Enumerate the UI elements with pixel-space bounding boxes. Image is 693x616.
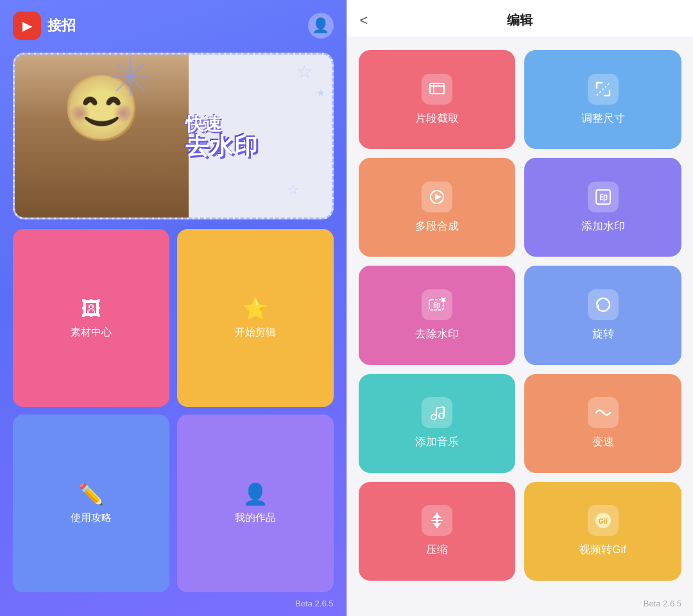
svg-line-20 bbox=[436, 407, 444, 408]
music-icon bbox=[422, 397, 452, 428]
clip-label: 片段截取 bbox=[415, 111, 459, 126]
merge-label: 多段合成 bbox=[415, 219, 459, 234]
clip-icon-svg bbox=[427, 80, 447, 99]
resize-icon-svg bbox=[594, 80, 613, 99]
remove-watermark-button[interactable]: 印 去除水印 bbox=[359, 266, 516, 364]
app-name: 接招 bbox=[47, 16, 76, 35]
sparkle-decoration bbox=[111, 58, 150, 96]
edit-grid: 片段截取 调整尺寸 多段合成 bbox=[347, 37, 694, 594]
speed-label: 变速 bbox=[592, 434, 614, 449]
add-watermark-icon-svg: 印 bbox=[594, 187, 613, 207]
material-center-button[interactable]: 🖼 素材中心 bbox=[13, 229, 169, 407]
compress-button[interactable]: 压缩 bbox=[359, 482, 516, 581]
material-label: 素材中心 bbox=[71, 326, 112, 339]
star-decoration-2: ★ bbox=[316, 87, 325, 99]
speed-icon-svg bbox=[594, 403, 613, 422]
guide-icon: ✏️ bbox=[78, 482, 104, 506]
svg-point-16 bbox=[431, 415, 436, 420]
right-header: < 编辑 bbox=[347, 0, 694, 37]
resize-label: 调整尺寸 bbox=[581, 111, 625, 126]
speed-icon bbox=[588, 397, 619, 428]
edit-label: 开始剪辑 bbox=[235, 326, 276, 339]
avatar-icon: 👤 bbox=[312, 17, 329, 34]
left-header: ▶ 接招 👤 bbox=[0, 0, 346, 46]
gif-icon: Gif bbox=[588, 505, 619, 536]
music-icon-svg bbox=[427, 403, 447, 422]
svg-text:印: 印 bbox=[599, 193, 607, 203]
rotate-icon bbox=[588, 289, 619, 320]
gif-icon-svg: Gif bbox=[594, 511, 613, 530]
left-panel: ▶ 接招 👤 ☆ ★ ☆ ★ 快速 去水印 bbox=[0, 0, 346, 616]
svg-rect-4 bbox=[430, 83, 444, 94]
gif-button[interactable]: Gif 视频转Gif bbox=[524, 482, 681, 581]
compress-label: 压缩 bbox=[426, 542, 448, 557]
right-version: Beta 2.6.5 bbox=[644, 599, 681, 608]
material-icon: 🖼 bbox=[81, 297, 101, 321]
banner-area: ☆ ★ ☆ ★ 快速 去水印 bbox=[13, 53, 334, 219]
gif-label: 视频转Gif bbox=[579, 542, 626, 557]
banner-title-fast: 快速 bbox=[185, 115, 325, 135]
start-edit-button[interactable]: ⭐ 开始剪辑 bbox=[177, 229, 334, 407]
right-footer: Beta 2.6.5 bbox=[347, 594, 694, 616]
compress-icon-svg bbox=[427, 511, 447, 530]
speed-button[interactable]: 变速 bbox=[524, 374, 681, 473]
svg-text:Gif: Gif bbox=[599, 518, 608, 525]
myworks-label: 我的作品 bbox=[235, 511, 276, 525]
rotate-label: 旋转 bbox=[592, 327, 614, 341]
resize-button[interactable]: 调整尺寸 bbox=[524, 50, 681, 149]
guide-button[interactable]: ✏️ 使用攻略 bbox=[13, 415, 169, 592]
myworks-icon: 👤 bbox=[243, 482, 268, 506]
remove-watermark-icon: 印 bbox=[422, 289, 452, 320]
svg-marker-24 bbox=[432, 523, 441, 527]
add-watermark-icon: 印 bbox=[588, 182, 619, 212]
compress-icon bbox=[422, 505, 452, 536]
edit-icon: ⭐ bbox=[243, 296, 268, 321]
merge-icon bbox=[422, 182, 452, 212]
add-watermark-label: 添加水印 bbox=[581, 219, 625, 234]
banner-title-main: 去水印 bbox=[185, 134, 325, 157]
banner-text: 快速 去水印 bbox=[185, 115, 325, 158]
face-image bbox=[15, 55, 189, 218]
star-decoration-1: ☆ bbox=[296, 61, 312, 82]
add-music-button[interactable]: 添加音乐 bbox=[359, 374, 516, 473]
add-watermark-button[interactable]: 印 添加水印 bbox=[524, 158, 681, 257]
main-grid-buttons: 🖼 素材中心 ⭐ 开始剪辑 ✏️ 使用攻略 👤 我的作品 bbox=[0, 229, 346, 592]
merge-button[interactable]: 多段合成 bbox=[359, 158, 516, 257]
svg-text:印: 印 bbox=[432, 302, 440, 309]
app-logo: ▶ bbox=[13, 12, 41, 40]
back-button[interactable]: < bbox=[360, 12, 368, 29]
left-version: Beta 2.6.5 bbox=[295, 599, 333, 608]
star-decoration-3: ☆ bbox=[287, 182, 300, 198]
rotate-button[interactable]: 旋转 bbox=[524, 266, 681, 364]
banner-photo bbox=[15, 55, 189, 218]
logo-area: ▶ 接招 bbox=[13, 12, 76, 40]
clip-icon bbox=[422, 74, 452, 105]
right-title: 编辑 bbox=[507, 12, 533, 29]
clip-button[interactable]: 片段截取 bbox=[359, 50, 516, 149]
add-music-label: 添加音乐 bbox=[415, 434, 459, 449]
my-works-button[interactable]: 👤 我的作品 bbox=[177, 415, 334, 592]
rotate-icon-svg bbox=[594, 295, 613, 314]
left-footer: Beta 2.6.5 bbox=[0, 592, 346, 616]
guide-label: 使用攻略 bbox=[71, 511, 112, 525]
resize-icon bbox=[588, 74, 619, 105]
remove-watermark-label: 去除水印 bbox=[415, 327, 459, 341]
avatar-button[interactable]: 👤 bbox=[308, 13, 334, 38]
remove-watermark-icon-svg: 印 bbox=[427, 295, 447, 314]
right-panel: < 编辑 片段截取 调整尺寸 bbox=[347, 0, 694, 616]
svg-marker-8 bbox=[435, 194, 441, 200]
merge-icon-svg bbox=[427, 187, 447, 207]
svg-point-21 bbox=[602, 411, 604, 414]
svg-point-17 bbox=[439, 413, 444, 418]
svg-marker-23 bbox=[432, 513, 441, 518]
